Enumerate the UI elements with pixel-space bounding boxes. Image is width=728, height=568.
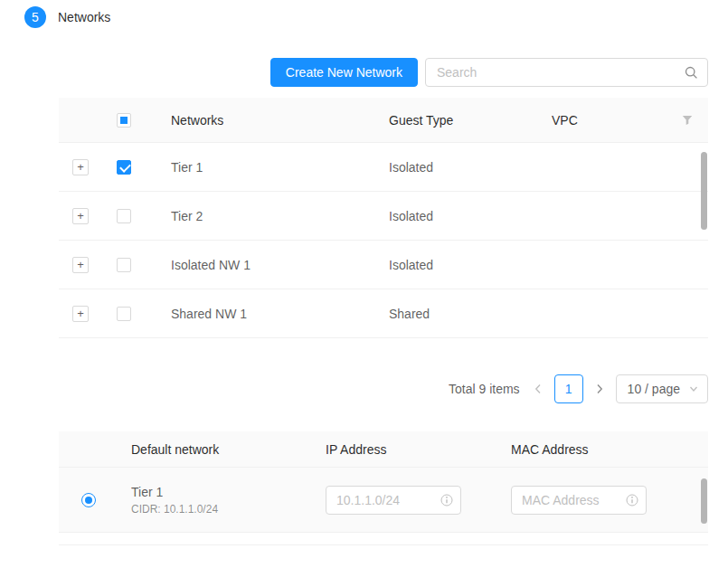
step-header: 5 Networks: [0, 0, 728, 28]
expand-row-button[interactable]: +: [72, 208, 89, 224]
step-title: Networks: [58, 10, 110, 24]
row-checkbox[interactable]: [117, 160, 131, 175]
column-header-mac-address: MAC Address: [506, 442, 708, 457]
page-size-select[interactable]: 10 / page: [616, 374, 708, 403]
chevron-down-icon: [689, 385, 698, 393]
page-size-value: 10 / page: [628, 382, 680, 396]
default-network-table-header: Default network IP Address MAC Address: [59, 431, 708, 468]
scrollbar-thumb[interactable]: [701, 478, 707, 524]
select-all-checkbox[interactable]: [117, 113, 131, 128]
table-row: + Tier 2 Isolated: [59, 192, 708, 241]
guest-type-value: Isolated: [367, 160, 530, 175]
table-row: + Isolated NW 1 Isolated: [59, 241, 708, 289]
expand-row-button[interactable]: +: [72, 306, 89, 322]
column-header-guest-type: Guest Type: [367, 113, 530, 128]
scrollbar-thumb[interactable]: [701, 152, 707, 230]
row-checkbox[interactable]: [117, 307, 131, 321]
pagination: Total 9 items 1 10 / page: [59, 374, 708, 403]
networks-step-content: Create New Network Networks Guest Type V…: [59, 58, 708, 545]
column-header-vpc: VPC: [530, 113, 666, 128]
table-row: + Shared NW 1 Shared: [59, 289, 708, 338]
expand-row-button[interactable]: +: [72, 257, 89, 273]
filter-icon[interactable]: [666, 115, 708, 126]
default-network-radio[interactable]: [81, 493, 96, 507]
info-icon: [626, 494, 638, 509]
search-box: [425, 58, 708, 87]
info-icon: [440, 494, 453, 509]
network-name: Isolated NW 1: [146, 258, 367, 272]
guest-type-value: Shared: [367, 307, 530, 321]
create-new-network-button[interactable]: Create New Network: [270, 58, 418, 87]
pagination-total: Total 9 items: [449, 382, 520, 396]
network-name: Tier 2: [146, 209, 367, 223]
row-checkbox[interactable]: [117, 209, 131, 223]
column-header-networks: Networks: [146, 113, 367, 128]
networks-table-header: Networks Guest Type VPC: [59, 98, 708, 143]
default-network-name: Tier 1: [131, 485, 321, 499]
network-name: Tier 1: [146, 160, 367, 175]
pagination-next-icon[interactable]: [591, 374, 609, 403]
search-input[interactable]: [425, 58, 708, 87]
guest-type-value: Isolated: [367, 209, 530, 223]
search-icon[interactable]: [685, 66, 698, 82]
column-header-ip-address: IP Address: [321, 442, 506, 457]
guest-type-value: Isolated: [367, 258, 530, 272]
pagination-prev-icon[interactable]: [529, 374, 547, 403]
expand-row-button[interactable]: +: [72, 159, 89, 175]
table-row: + Tier 1 Isolated: [59, 143, 708, 192]
default-network-cidr: CIDR: 10.1.1.0/24: [131, 503, 321, 516]
network-name: Shared NW 1: [146, 307, 367, 321]
row-checkbox[interactable]: [117, 258, 131, 272]
default-network-table: Default network IP Address MAC Address T…: [59, 431, 708, 533]
step-number-badge[interactable]: 5: [24, 6, 46, 28]
toolbar: Create New Network: [59, 58, 708, 87]
column-header-default-network: Default network: [118, 442, 321, 457]
networks-table: Networks Guest Type VPC + Tier 1 Isolate…: [59, 98, 708, 338]
section-divider: [59, 544, 708, 545]
pagination-page-1[interactable]: 1: [554, 374, 583, 403]
default-network-row: Tier 1 CIDR: 10.1.1.0/24: [59, 468, 708, 533]
